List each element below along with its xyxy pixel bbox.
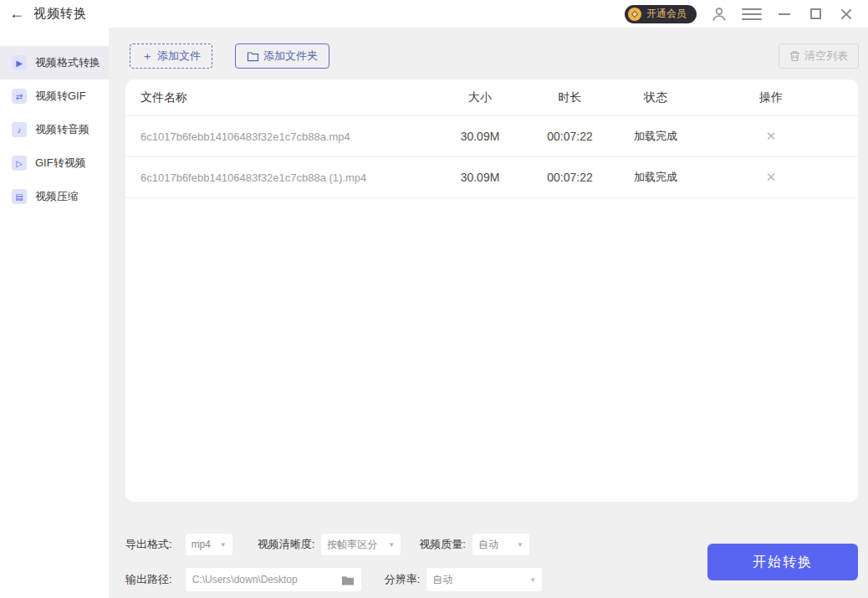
vip-upgrade-button[interactable]: 开通会员 [625,5,697,23]
file-size: 30.09M [434,171,526,184]
chevron-down-icon: ▼ [510,541,523,549]
plus-icon: ＋ [141,50,153,62]
sidebar-item-label: 视频格式转换 [35,55,100,70]
app-window: ← 视频转换 开通会员 ▶ 视频格式转换 ⇄ 视频转GIF [0,0,868,598]
column-header-action: 操作 [697,90,845,105]
export-format-label: 导出格式: [125,537,172,552]
minimize-icon [779,13,790,15]
resolution-select[interactable]: 自动 ▼ [426,568,542,591]
chevron-down-icon: ▼ [213,541,227,549]
file-status: 加载完成 [614,170,697,185]
add-folder-button[interactable]: 添加文件夹 [235,43,329,69]
quality-label: 视频质量: [419,537,466,552]
export-format-value: mp4 [191,539,211,550]
table-row: 6c1017b6febb14106483f32e1c7cb88a (1).mp4… [125,157,858,198]
trash-icon [789,50,800,62]
resolution-value: 自动 [432,573,452,587]
file-duration: 00:07:22 [526,171,614,184]
sidebar: ▶ 视频格式转换 ⇄ 视频转GIF ♪ 视频转音频 ▷ GIF转视频 ▤ 视频压… [0,28,109,598]
remove-file-icon[interactable]: ✕ [766,170,777,184]
column-header-size: 大小 [434,90,526,105]
back-button[interactable]: ← [0,5,33,23]
gem-icon [628,8,641,21]
column-header-status: 状态 [614,90,697,105]
file-name: 6c1017b6febb14106483f32e1c7cb88a.mp4 [139,130,434,143]
settings-row-1: 导出格式: mp4 ▼ 视频清晰度: 按帧率区分 ▼ 视频质量: 自动 ▼ [125,533,529,556]
column-header-duration: 时长 [526,90,614,105]
sidebar-item-video-compress[interactable]: ▤ 视频压缩 [0,180,109,213]
file-status: 加载完成 [614,129,697,144]
table-header: 文件名称 大小 时长 状态 操作 [125,79,858,116]
file-list-panel: 文件名称 大小 时长 状态 操作 6c1017b6febb14106483f32… [125,79,858,502]
column-header-filename: 文件名称 [139,90,434,105]
video-to-audio-icon: ♪ [12,122,27,137]
add-file-label: 添加文件 [157,49,201,64]
output-path-label: 输出路径: [125,572,172,587]
remove-file-icon[interactable]: ✕ [766,129,777,143]
main-content: ＋ 添加文件 添加文件夹 清空列表 文件名称 大小 [109,28,868,598]
sidebar-item-video-format-convert[interactable]: ▶ 视频格式转换 [0,46,109,79]
clarity-label: 视频清晰度: [258,537,315,552]
clarity-select[interactable]: 按帧率区分 ▼ [321,534,401,555]
sidebar-item-gif-to-video[interactable]: ▷ GIF转视频 [0,146,109,180]
output-path-value: C:\Users\down\Desktop [192,574,341,585]
video-to-gif-icon: ⇄ [12,89,27,104]
video-format-convert-icon: ▶ [12,55,27,70]
maximize-icon [810,8,821,19]
settings-row-2: 输出路径: C:\Users\down\Desktop 分辨率: 自动 ▼ [125,568,542,591]
sidebar-item-video-to-audio[interactable]: ♪ 视频转音频 [0,113,109,146]
sidebar-item-label: 视频转音频 [35,122,89,137]
close-button[interactable] [838,6,855,23]
start-convert-button[interactable]: 开始转换 [707,544,858,580]
export-format-select[interactable]: mp4 ▼ [186,534,232,555]
close-icon [840,8,852,20]
vip-label: 开通会员 [646,7,687,21]
resolution-label: 分辨率: [385,572,421,587]
file-size: 30.09M [434,130,526,143]
table-row: 6c1017b6febb14106483f32e1c7cb88a.mp4 30.… [125,116,858,157]
folder-icon [247,51,259,62]
browse-folder-icon[interactable] [341,575,355,585]
back-arrow-icon: ← [9,5,24,22]
toolbar: ＋ 添加文件 添加文件夹 清空列表 [130,43,859,69]
chevron-down-icon: ▼ [381,541,395,549]
titlebar: ← 视频转换 开通会员 [0,0,868,28]
clear-list-button[interactable]: 清空列表 [779,43,859,69]
titlebar-controls: 开通会员 [625,5,868,23]
hamburger-menu-icon[interactable] [742,8,762,20]
sidebar-item-label: GIF转视频 [35,156,86,171]
minimize-button[interactable] [776,6,793,23]
video-compress-icon: ▤ [12,189,27,204]
file-name: 6c1017b6febb14106483f32e1c7cb88a (1).mp4 [139,171,434,184]
add-folder-label: 添加文件夹 [263,49,318,64]
clarity-value: 按帧率区分 [327,538,377,552]
quality-value: 自动 [478,538,498,552]
sidebar-item-label: 视频压缩 [35,189,79,204]
clear-list-label: 清空列表 [804,49,848,64]
start-convert-label: 开始转换 [753,554,813,571]
quality-select[interactable]: 自动 ▼ [472,534,529,555]
add-file-button[interactable]: ＋ 添加文件 [130,43,212,69]
sidebar-item-label: 视频转GIF [35,89,86,104]
page-title: 视频转换 [33,6,87,22]
chevron-down-icon: ▼ [523,576,536,584]
user-account-icon[interactable] [711,6,728,23]
file-duration: 00:07:22 [526,130,614,143]
gif-to-video-icon: ▷ [12,156,27,171]
maximize-button[interactable] [807,6,824,23]
output-path-input[interactable]: C:\Users\down\Desktop [186,568,361,591]
sidebar-item-video-to-gif[interactable]: ⇄ 视频转GIF [0,79,109,113]
